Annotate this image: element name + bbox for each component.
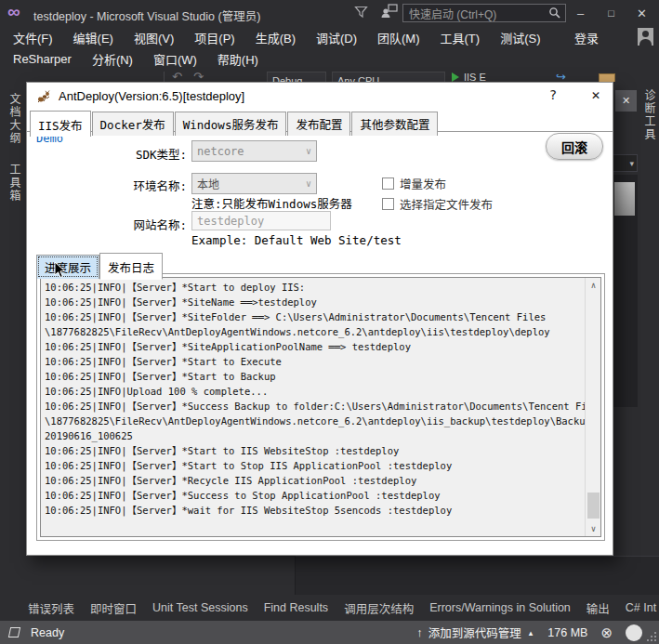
bottom-tab[interactable]: 即时窗口 <box>90 599 137 617</box>
search-icon[interactable] <box>548 7 561 20</box>
dialog-tab[interactable]: 发布配置 <box>287 112 350 136</box>
scrollbar-thumb[interactable] <box>587 493 600 519</box>
bottom-tab[interactable]: C# Int <box>626 601 656 614</box>
bottom-panel-right <box>295 556 659 595</box>
log-line: \1877682825\FileRecv\AntDeployAgentWindo… <box>45 414 600 428</box>
toolbar-separator <box>164 72 165 82</box>
status-bar: Ready ↑ 添加到源代码管理 ▴ 176 MB ⊗ <box>0 621 659 644</box>
checkbox-box[interactable] <box>382 198 394 210</box>
sync-error-icon[interactable]: ⊗ <box>600 624 613 641</box>
menu-item[interactable]: 窗口(W) <box>143 50 207 68</box>
dialog-tab[interactable]: Windows服务发布 <box>175 112 287 136</box>
mouse-cursor <box>54 261 66 283</box>
avatar-head <box>642 31 649 37</box>
close-button[interactable]: ✕ <box>626 0 657 26</box>
sign-in-button[interactable]: 登录 <box>574 26 599 48</box>
sidebar-tab-document-outline[interactable]: 文档大纲 <box>7 93 22 145</box>
bottom-panel-left <box>0 556 295 595</box>
menu-item[interactable]: 调试(D) <box>306 29 367 46</box>
menu-item[interactable]: 生成(B) <box>245 29 306 46</box>
user-presence-icon[interactable] <box>626 624 642 641</box>
log-line: 10:06:25|INFO|【Server】*wait for IIS Webs… <box>45 503 600 518</box>
scroll-down-icon[interactable]: ∨ <box>586 521 601 536</box>
checkbox-box[interactable] <box>382 177 394 190</box>
menu-item[interactable]: 团队(M) <box>367 29 430 46</box>
dialog-tab[interactable]: Docker发布 <box>92 112 174 136</box>
collapse-icon[interactable]: ▴ <box>529 628 534 637</box>
dialog-tab[interactable]: IIS发布 <box>30 111 91 137</box>
log-line: 20190616_100625 <box>45 428 600 443</box>
menu-item[interactable]: 工具(T) <box>430 29 491 46</box>
log-line: 10:06:25|INFO|【Server】*Start to Execute <box>45 354 600 369</box>
env-note: 注意:只能发布Windows服务器 <box>191 194 352 212</box>
sdk-type-dropdown[interactable]: netcore ∨ <box>191 140 317 162</box>
dialog-help-button[interactable]: ? <box>544 87 562 102</box>
menu-item[interactable]: 视图(V) <box>124 29 184 46</box>
log-scrollbar[interactable]: ∧ ∨ <box>585 278 600 536</box>
sidebar-tab-diagnostic-tools[interactable]: 诊断工具 <box>641 89 657 141</box>
solution-config-dropdown[interactable]: Debug <box>267 72 326 82</box>
menu-item[interactable]: 编辑(E) <box>63 29 124 46</box>
scroll-up-icon[interactable]: ∧ <box>586 278 601 293</box>
menu-item[interactable]: 帮助(H) <box>207 50 269 68</box>
rollback-button[interactable]: 回滚 <box>546 133 603 160</box>
env-name-dropdown[interactable]: 本地 ∨ <box>191 173 317 194</box>
ready-status-icon <box>8 627 20 637</box>
undo-icon[interactable]: ↶ <box>172 70 182 82</box>
incremental-publish-checkbox[interactable]: 增量发布 <box>382 175 446 192</box>
bottom-tab[interactable]: Errors/Warnings in Solution <box>429 601 571 614</box>
bottom-tab[interactable]: 输出 <box>587 599 610 617</box>
ready-label: Ready <box>31 626 64 639</box>
bottom-tab[interactable]: Find Results <box>264 601 328 614</box>
feedback-filter-icon[interactable] <box>354 6 369 22</box>
tab-progress-view[interactable]: 进度展示 <box>36 255 99 279</box>
platform-dropdown[interactable]: Any CPU <box>332 72 445 82</box>
right-scrollbar-track[interactable] <box>612 175 638 407</box>
site-name-label: 网站名称: <box>85 216 187 233</box>
tab-publish-log[interactable]: 发布日志 <box>99 253 163 280</box>
dialog-title-bar[interactable]: AntDeploy(Version:6.5)[testdeploy] <box>27 83 613 110</box>
select-files-checkbox[interactable]: 选择指定文件发布 <box>382 195 493 213</box>
account-avatar-icon[interactable] <box>638 28 653 46</box>
log-lines: 10:06:25|INFO|【Server】*Start to deploy I… <box>45 280 600 518</box>
log-line: 10:06:25|INFO|【Server】*Start to Stop IIS… <box>45 458 600 473</box>
visual-studio-logo-icon: ∞ <box>7 2 20 22</box>
sdk-type-value: netcore <box>197 145 244 158</box>
menu-item[interactable]: 测试(S) <box>490 29 550 46</box>
log-line: 10:06:25|INFO|Upload 100 % complete... <box>45 384 600 399</box>
site-example-hint: Example: Default Web Site/test <box>191 233 402 247</box>
menu-item[interactable]: 项目(P) <box>184 29 244 46</box>
bottom-tab[interactable]: 调用层次结构 <box>344 599 414 617</box>
minimize-button[interactable]: – <box>565 0 596 26</box>
maximize-button[interactable]: □ <box>596 0 626 26</box>
menu-item[interactable]: 文件(F) <box>3 29 63 46</box>
toolbar-tool-icon[interactable] <box>599 73 615 82</box>
log-line: 10:06:25|INFO|【Server】*Recycle IIS Appli… <box>45 473 600 488</box>
bottom-tab[interactable]: 错误列表 <box>28 599 74 617</box>
right-scrollbar-thumb[interactable] <box>614 182 635 216</box>
menu-item[interactable]: 分析(N) <box>82 50 143 68</box>
dialog-tab[interactable]: 其他参数配置 <box>351 112 438 136</box>
bottom-tool-tabs: 错误列表即时窗口Unit Test SessionsFind Results调用… <box>0 595 659 621</box>
dialog-close-button[interactable]: ✕ <box>586 86 606 103</box>
send-feedback-icon[interactable] <box>380 4 399 24</box>
log-line: 10:06:25|INFO|【Server】*SiteName ══>testd… <box>45 295 600 309</box>
bottom-tab[interactable]: Unit Test Sessions <box>152 601 248 614</box>
attach-arrow-icon[interactable]: ↪ <box>556 70 566 82</box>
dialog-title: AntDeploy(Version:6.5)[testdeploy] <box>59 89 244 103</box>
panel-close-icon[interactable]: ✕ <box>615 90 637 112</box>
add-to-source-control-button[interactable]: 添加到源代码管理 <box>428 624 521 641</box>
redo-icon[interactable]: ↷ <box>193 70 204 82</box>
publish-log-textbox[interactable]: 10:06:25|INFO|【Server】*Start to deploy I… <box>40 277 601 537</box>
resize-grip[interactable] <box>654 639 656 641</box>
site-name-input[interactable]: testdeploy <box>191 211 331 230</box>
ant-icon <box>36 89 51 104</box>
start-debug-button[interactable]: IIS E <box>452 72 486 82</box>
partial-dropdown[interactable]: ▾ <box>612 154 638 172</box>
sidebar-tab-toolbox[interactable]: 工具箱 <box>7 164 22 203</box>
window-title: testdeploy - Microsoft Visual Studio (管理… <box>33 7 260 24</box>
menu-item[interactable]: ReSharper <box>3 52 82 66</box>
quick-launch-search[interactable]: 快速启动 (Ctrl+Q) <box>402 4 566 22</box>
dialog-tab-strip: IIS发布Docker发布Windows服务发布发布配置其他参数配置 <box>30 111 439 136</box>
antdeploy-dialog: AntDeploy(Version:6.5)[testdeploy] ? ✕ I… <box>26 82 613 556</box>
